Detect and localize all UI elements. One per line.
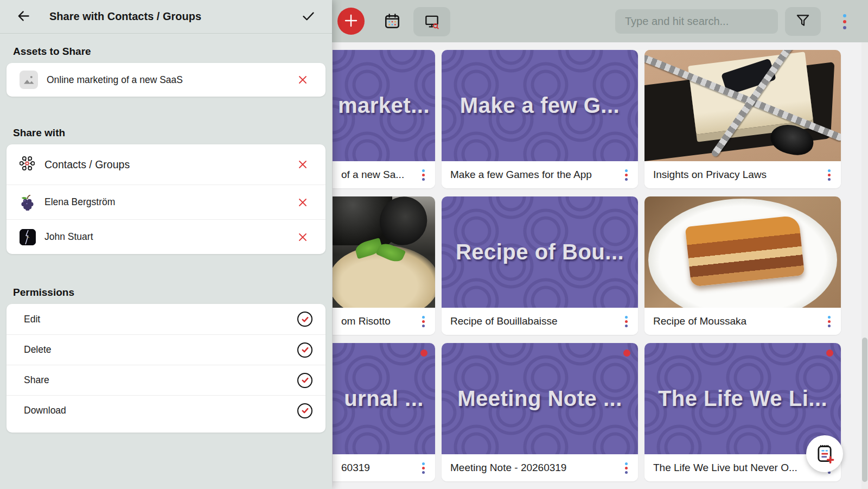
remove-share-target-button[interactable] (295, 230, 310, 245)
filter-button[interactable] (785, 7, 821, 36)
note-cover-photo (333, 196, 435, 308)
note-cover-pattern: market... (333, 50, 435, 161)
new-note-fab[interactable] (806, 435, 843, 472)
contacts-groups-network-icon (20, 156, 35, 173)
back-button[interactable] (14, 7, 33, 27)
note-footer: Insights on Privacy Laws (644, 161, 841, 188)
note-card[interactable]: Recipe of Bou...Recipe of Bouillabaisse (442, 196, 638, 335)
check-icon (301, 9, 316, 25)
overflow-menu-button[interactable] (842, 13, 847, 30)
note-footer-title: Recipe of Bouillabaisse (450, 315, 558, 327)
permission-check-toggle[interactable] (297, 312, 312, 327)
reminder-dot-icon (826, 350, 833, 357)
note-footer: Make a few Games for the App (442, 161, 638, 188)
share-targets-card: Contacts / GroupsElena BergströmJohn Stu… (7, 144, 326, 254)
share-target-row: Elena Bergström (7, 185, 326, 219)
note-menu-button[interactable] (826, 314, 832, 329)
arrow-left-icon (16, 9, 31, 25)
screen-search-button[interactable] (413, 7, 450, 36)
asset-row: Online marketing of a new SaaS (7, 63, 326, 97)
note-card[interactable]: Make a few G...Make a few Games for the … (442, 50, 638, 188)
grapes-avatar (20, 194, 36, 211)
note-footer: of a new Sa... (333, 161, 435, 188)
permissions-heading: Permissions (13, 287, 319, 299)
note-card[interactable]: om Risotto (333, 196, 435, 335)
screen-search-icon (423, 12, 441, 31)
permission-label: Download (24, 405, 297, 416)
note-footer: 60319 (333, 454, 435, 481)
note-menu-button[interactable] (826, 168, 832, 182)
note-card[interactable]: Insights on Privacy Laws (644, 50, 841, 188)
note-footer-title: Insights on Privacy Laws (653, 169, 767, 181)
share-target-label: Elena Bergström (44, 196, 295, 208)
note-footer-title: Make a few Games for the App (450, 169, 592, 181)
add-note-button[interactable] (337, 8, 365, 35)
note-card[interactable]: Meeting Note ...Meeting Note - 20260319 (442, 343, 638, 481)
permission-label: Share (24, 374, 297, 386)
note-menu-button[interactable] (420, 168, 426, 182)
share-panel-body: Assets to Share Online marketing of a ne… (0, 46, 332, 433)
image-thumbnail-icon (20, 71, 38, 89)
share-panel: Share with Contacts / Groups Assets to S… (0, 0, 332, 489)
share-panel-header: Share with Contacts / Groups (0, 0, 332, 34)
note-title-overlay: urnal ... (333, 343, 435, 454)
reminder-dot-icon (623, 350, 630, 357)
permission-check-toggle[interactable] (297, 373, 312, 388)
note-title-overlay: The Life We Li... (644, 343, 841, 454)
assets-card: Online marketing of a new SaaS (7, 63, 326, 97)
confirm-share-button[interactable] (299, 7, 318, 27)
note-footer: om Risotto (333, 308, 435, 335)
note-card[interactable]: market...of a new Sa... (333, 50, 435, 188)
note-card[interactable]: urnal ...60319 (333, 343, 435, 481)
note-footer-title: Meeting Note - 20260319 (450, 462, 566, 474)
note-footer-title: of a new Sa... (341, 169, 404, 181)
note-menu-button[interactable] (420, 314, 426, 329)
share-target-label: Contacts / Groups (44, 158, 295, 171)
note-cover-pattern: urnal ... (333, 343, 435, 454)
search-input[interactable] (615, 9, 778, 34)
note-footer-title: 60319 (341, 462, 370, 474)
panel-title: Share with Contacts / Groups (49, 10, 299, 23)
assets-to-share-heading: Assets to Share (13, 46, 319, 58)
permission-row: Edit (7, 304, 326, 334)
lightning-avatar (20, 229, 36, 245)
remove-share-target-button[interactable] (295, 157, 310, 172)
note-cover-photo (644, 50, 841, 161)
note-footer-title: om Risotto (341, 315, 391, 327)
permission-label: Delete (24, 344, 297, 355)
note-menu-button[interactable] (623, 461, 629, 475)
note-footer: Recipe of Moussaka (644, 308, 841, 335)
calendar-button[interactable] (383, 12, 401, 31)
scrollbar-track (861, 42, 868, 489)
note-cover-pattern: Recipe of Bou... (442, 196, 638, 308)
note-cover-pattern: The Life We Li... (644, 343, 841, 454)
remove-share-target-button[interactable] (295, 195, 310, 210)
note-footer: Meeting Note - 20260319 (442, 454, 638, 481)
notepad-add-icon (814, 443, 835, 465)
note-cover-photo (644, 196, 841, 308)
plus-icon (343, 13, 359, 30)
note-menu-button[interactable] (623, 314, 629, 329)
note-footer: Recipe of Bouillabaisse (442, 308, 638, 335)
app-window: market...of a new Sa...Make a few G...Ma… (0, 0, 868, 489)
note-menu-button[interactable] (623, 168, 629, 182)
permission-label: Edit (24, 314, 297, 325)
share-target-row: Contacts / Groups (7, 144, 326, 185)
permission-check-toggle[interactable] (297, 403, 312, 418)
note-title-overlay: Make a few G... (442, 50, 638, 161)
calendar-icon (384, 23, 401, 31)
note-menu-button[interactable] (420, 461, 426, 475)
remove-asset-button[interactable] (295, 72, 310, 87)
permissions-card: EditDeleteShareDownload (7, 304, 326, 433)
note-footer-title: The Life We Live but Never O... (653, 462, 797, 474)
scrollbar-thumb[interactable] (862, 338, 867, 482)
permission-check-toggle[interactable] (297, 342, 312, 358)
permission-row: Download (7, 395, 326, 426)
note-card[interactable]: Recipe of Moussaka (644, 196, 841, 335)
share-target-label: John Stuart (44, 231, 295, 243)
note-title-overlay: market... (333, 50, 435, 161)
share-with-heading: Share with (13, 127, 319, 139)
note-title-overlay: Meeting Note ... (442, 343, 638, 454)
permission-row: Share (7, 365, 326, 395)
note-footer-title: Recipe of Moussaka (653, 315, 746, 327)
